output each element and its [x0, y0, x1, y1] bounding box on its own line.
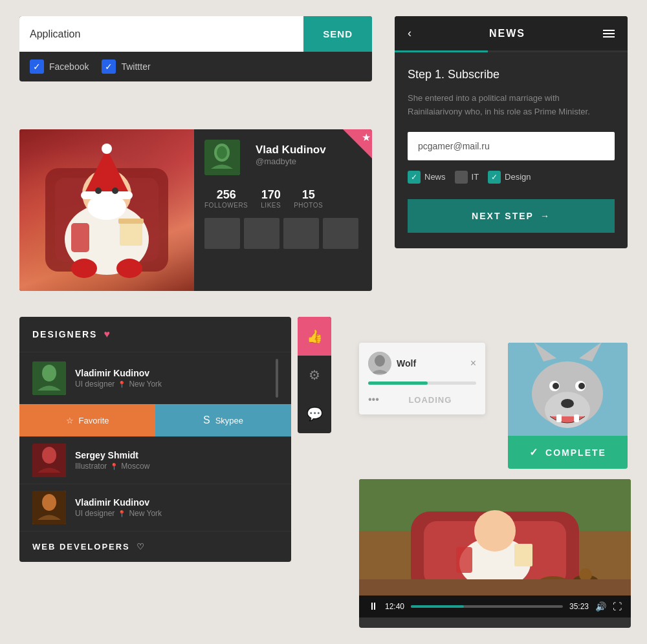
next-step-button[interactable]: NEXT STEP → — [408, 199, 615, 233]
svg-point-9 — [112, 188, 118, 194]
complete-button[interactable]: ✓ COMPLETE — [508, 436, 628, 469]
svg-point-32 — [553, 383, 559, 389]
followers-label: FOLLOWERS — [204, 202, 248, 209]
comment-button[interactable]: 💬 — [298, 394, 331, 433]
photo-thumb-1[interactable] — [204, 218, 240, 249]
application-input[interactable] — [19, 16, 303, 52]
designer-role-1: UI designer 📍 New York — [75, 380, 267, 389]
thumbs-up-button[interactable]: 👍 — [298, 317, 331, 356]
loading-footer: ••• LOADING — [368, 394, 476, 405]
list-item[interactable]: Vladimir Kudinov UI designer 📍 New York — [19, 352, 291, 404]
loading-progress-track — [368, 381, 476, 385]
news-checkbox[interactable]: ✓ — [408, 171, 421, 184]
svg-point-8 — [95, 188, 102, 194]
facebook-checkbox[interactable]: ✓ — [30, 59, 44, 74]
step-title: Step 1. Subscribe — [408, 68, 615, 81]
svg-point-29 — [561, 399, 574, 408]
designer-info-1: Vladimir Kudinov UI designer 📍 New York — [75, 368, 267, 389]
social-row: ✓ Facebook ✓ Twittter — [19, 52, 372, 81]
send-button[interactable]: SEND — [303, 16, 372, 52]
complete-label: COMPLETE — [545, 447, 606, 458]
send-row: SEND — [19, 16, 372, 52]
followers-stat: 256 FOLLOWERS — [204, 188, 248, 209]
skype-button[interactable]: S Skypee — [155, 404, 291, 436]
email-input[interactable] — [408, 132, 615, 160]
designer-info-3: Vladimir Kudinov UI designer 📍 New York — [75, 497, 162, 518]
designer-avatar-2 — [32, 444, 66, 477]
it-checkbox-label: IT — [472, 172, 479, 182]
loading-avatar — [368, 352, 391, 375]
svg-point-19 — [42, 365, 56, 381]
video-content — [359, 479, 631, 596]
cover-art — [19, 129, 194, 291]
web-dev-title: WEB DEVELOPERS ♡ — [32, 542, 278, 552]
heart-outline-icon: ♡ — [137, 542, 146, 552]
twitter-social-item: ✓ Twittter — [102, 59, 150, 74]
svg-rect-44 — [514, 544, 532, 566]
user-avatar — [204, 140, 240, 175]
settings-button[interactable]: ⚙ — [298, 356, 331, 394]
designers-widget: DESIGNERS ♥ Vladimir Kudinov UI designer… — [19, 317, 291, 562]
design-checkbox[interactable]: ✓ — [488, 171, 501, 184]
it-checkbox[interactable] — [455, 171, 468, 184]
svg-rect-37 — [574, 414, 579, 422]
svg-point-33 — [578, 383, 585, 389]
svg-rect-45 — [456, 547, 472, 573]
svg-point-17 — [217, 146, 227, 159]
news-description: She entered into a political marriage wi… — [408, 92, 615, 119]
followers-count: 256 — [204, 188, 248, 202]
video-progress-fill — [411, 605, 464, 608]
video-progress-track[interactable] — [411, 605, 563, 608]
volume-icon[interactable]: 🔊 — [595, 601, 606, 612]
photo-thumb-2[interactable] — [244, 218, 280, 249]
news-checkbox-item: ✓ News — [408, 171, 446, 184]
design-checkbox-label: Design — [505, 172, 531, 182]
dots-icon: ••• — [368, 394, 379, 405]
profile-info: Vlad Kudinov @madbyte 256 FOLLOWERS 170 … — [194, 129, 372, 291]
loading-progress-fill — [368, 381, 428, 385]
stats-row: 256 FOLLOWERS 170 LIKES 15 PHOTOS — [204, 188, 362, 209]
svg-point-43 — [474, 510, 516, 552]
fullscreen-icon[interactable]: ⛶ — [613, 601, 622, 612]
complete-widget: ✓ COMPLETE — [508, 343, 628, 469]
likes-label: LIKES — [261, 202, 281, 209]
pause-button[interactable]: ⏸ — [368, 601, 378, 612]
news-content: Step 1. Subscribe She entered into a pol… — [395, 52, 628, 248]
svg-rect-36 — [556, 414, 562, 422]
current-time: 12:40 — [385, 602, 404, 611]
designer-name-1: Vladimir Kudinov — [75, 368, 267, 378]
svg-point-25 — [375, 355, 385, 367]
designer-role-2: Illustrator 📍 Moscow — [75, 462, 149, 471]
news-title: NEWS — [489, 28, 525, 39]
arrow-icon: → — [540, 211, 551, 221]
check-icon: ✓ — [529, 446, 539, 458]
back-button[interactable]: ‹ — [408, 27, 411, 40]
list-item[interactable]: Sergey Shmidt Illustrator 📍 Moscow — [19, 436, 291, 484]
favorite-button[interactable]: ☆ Favorite — [19, 404, 155, 436]
video-widget: ⏸ 12:40 35:23 🔊 ⛶ — [359, 479, 631, 628]
news-checkboxes: ✓ News IT ✓ Design — [408, 171, 615, 184]
svg-point-14 — [116, 259, 142, 278]
designer-avatar-3 — [32, 491, 66, 524]
user-handle: @madbyte — [256, 156, 326, 166]
news-checkbox-label: News — [424, 172, 446, 182]
svg-rect-11 — [118, 219, 144, 224]
wolf-image — [508, 343, 628, 436]
next-step-label: NEXT STEP — [472, 211, 534, 221]
twitter-checkbox[interactable]: ✓ — [102, 59, 116, 74]
photo-thumb-4[interactable] — [323, 218, 358, 249]
menu-button[interactable] — [603, 30, 615, 38]
video-controls: ⏸ 12:40 35:23 🔊 ⛶ — [359, 596, 631, 617]
photo-thumb-3[interactable] — [283, 218, 319, 249]
scroll-indicator — [276, 359, 278, 398]
photos-count: 15 — [294, 188, 323, 202]
close-icon[interactable]: × — [470, 358, 476, 369]
twitter-label: Twittter — [121, 61, 150, 72]
designers-title: DESIGNERS — [32, 329, 97, 339]
web-developers-section: WEB DEVELOPERS ♡ — [19, 531, 291, 562]
svg-point-13 — [71, 259, 97, 278]
svg-point-23 — [42, 494, 56, 511]
svg-rect-12 — [71, 223, 89, 252]
list-item[interactable]: Vladimir Kudinov UI designer 📍 New York — [19, 484, 291, 531]
photos-stat: 15 PHOTOS — [294, 188, 323, 209]
